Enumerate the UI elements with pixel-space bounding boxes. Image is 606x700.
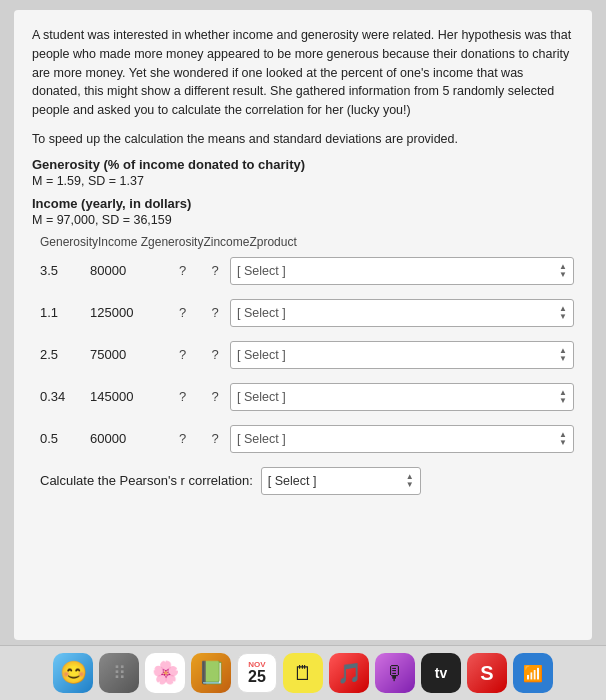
appletv-icon[interactable]: tv <box>421 653 461 693</box>
siri-icon[interactable]: S <box>467 653 507 693</box>
books-icon[interactable]: 📗 <box>191 653 231 693</box>
select-row-3[interactable]: [ Select ] ▲▼ <box>230 341 574 369</box>
z-income-1: ? <box>200 263 230 278</box>
music-icon[interactable]: 🎵 <box>329 653 369 693</box>
select-arrows-1: ▲▼ <box>559 263 567 279</box>
speed-note: To speed up the calculation the means an… <box>32 130 574 149</box>
select-row-4[interactable]: [ Select ] ▲▼ <box>230 383 574 411</box>
podcast-icon[interactable]: 🎙 <box>375 653 415 693</box>
select-arrows-4: ▲▼ <box>559 389 567 405</box>
notes-icon[interactable]: 🗒 <box>283 653 323 693</box>
income-header: Income (yearly, in dollars) <box>32 196 574 211</box>
gen-val-4: 0.34 <box>40 389 90 404</box>
table-row: 2.5 75000 ? ? [ Select ] ▲▼ <box>32 337 574 373</box>
intro-paragraph: A student was interested in whether inco… <box>32 26 574 120</box>
select-label-3: [ Select ] <box>237 348 286 362</box>
photos-icon[interactable]: 🌸 <box>145 653 185 693</box>
gen-val-1: 3.5 <box>40 263 90 278</box>
select-arrows-2: ▲▼ <box>559 305 567 321</box>
gen-val-2: 1.1 <box>40 305 90 320</box>
calendar-icon[interactable]: NOV 25 <box>237 653 277 693</box>
select-label-5: [ Select ] <box>237 432 286 446</box>
select-label-2: [ Select ] <box>237 306 286 320</box>
z-income-2: ? <box>200 305 230 320</box>
pearson-row: Calculate the Pearson's r correlation: [… <box>32 467 574 495</box>
generosity-header: Generosity (% of income donated to chari… <box>32 157 574 172</box>
launchpad-icon[interactable]: ⠿ <box>99 653 139 693</box>
z-gen-1: ? <box>165 263 200 278</box>
select-row-5[interactable]: [ Select ] ▲▼ <box>230 425 574 453</box>
income-val-5: 60000 <box>90 431 165 446</box>
taskbar: 😊 ⠿ 🌸 📗 NOV 25 🗒 🎵 🎙 tv S 📶 <box>0 645 606 700</box>
select-arrows-3: ▲▼ <box>559 347 567 363</box>
income-val-3: 75000 <box>90 347 165 362</box>
table-row: 0.34 145000 ? ? [ Select ] ▲▼ <box>32 379 574 415</box>
table-row: 1.1 125000 ? ? [ Select ] ▲▼ <box>32 295 574 331</box>
income-val-1: 80000 <box>90 263 165 278</box>
table-header-combined: GenerosityIncome ZgenerosityZincomeZprod… <box>40 235 297 249</box>
z-gen-5: ? <box>165 431 200 446</box>
income-val-4: 145000 <box>90 389 165 404</box>
z-income-5: ? <box>200 431 230 446</box>
gen-val-5: 0.5 <box>40 431 90 446</box>
z-gen-4: ? <box>165 389 200 404</box>
select-label-4: [ Select ] <box>237 390 286 404</box>
pearson-select-label: [ Select ] <box>268 474 317 488</box>
select-label-1: [ Select ] <box>237 264 286 278</box>
z-gen-2: ? <box>165 305 200 320</box>
main-content: A student was interested in whether inco… <box>14 10 592 640</box>
income-stats: M = 97,000, SD = 36,159 <box>32 213 574 227</box>
z-income-3: ? <box>200 347 230 362</box>
z-income-4: ? <box>200 389 230 404</box>
table-header: GenerosityIncome ZgenerosityZincomeZprod… <box>32 235 574 249</box>
table-row: 3.5 80000 ? ? [ Select ] ▲▼ <box>32 253 574 289</box>
select-row-1[interactable]: [ Select ] ▲▼ <box>230 257 574 285</box>
pearson-label: Calculate the Pearson's r correlation: <box>40 473 253 488</box>
table-row: 0.5 60000 ? ? [ Select ] ▲▼ <box>32 421 574 457</box>
finder-icon[interactable]: 😊 <box>53 653 93 693</box>
z-gen-3: ? <box>165 347 200 362</box>
wifi-icon[interactable]: 📶 <box>513 653 553 693</box>
pearson-arrows: ▲▼ <box>406 473 414 489</box>
income-val-2: 125000 <box>90 305 165 320</box>
gen-val-3: 2.5 <box>40 347 90 362</box>
pearson-select[interactable]: [ Select ] ▲▼ <box>261 467 421 495</box>
generosity-stats: M = 1.59, SD = 1.37 <box>32 174 574 188</box>
select-arrows-5: ▲▼ <box>559 431 567 447</box>
select-row-2[interactable]: [ Select ] ▲▼ <box>230 299 574 327</box>
